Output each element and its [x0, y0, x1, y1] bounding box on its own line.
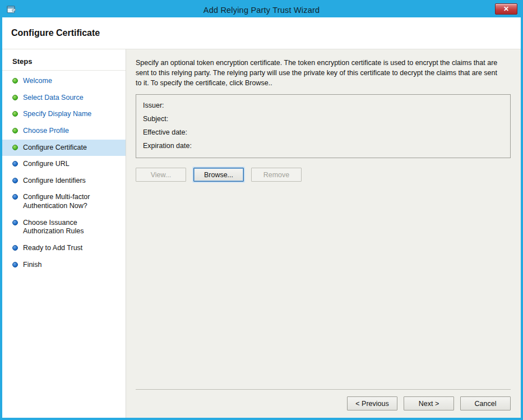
- step-label: Configure URL: [23, 160, 70, 169]
- wizard-window: Add Relying Party Trust Wizard ✕ Configu…: [0, 0, 523, 420]
- step-pending-icon: [12, 178, 18, 183]
- sidebar-item-configure-url: Configure URL: [2, 156, 126, 173]
- wizard-footer: < Previous Next > Cancel: [136, 389, 511, 410]
- step-label: Configure Certificate: [23, 144, 87, 153]
- cert-field-effective-date: Effective date:: [143, 126, 503, 139]
- description-text: Specify an optional token encryption cer…: [136, 58, 503, 88]
- close-icon: ✕: [503, 6, 509, 12]
- remove-button[interactable]: Remove: [251, 168, 302, 182]
- steps-list: WelcomeSelect Data SourceSpecify Display…: [2, 71, 126, 273]
- certificate-box: Issuer:Subject:Effective date:Expiration…: [136, 94, 511, 158]
- step-pending-icon: [12, 161, 18, 167]
- step-complete-icon: [12, 95, 18, 100]
- page-header: Configure Certificate: [2, 17, 521, 49]
- titlebar: Add Relying Party Trust Wizard ✕: [2, 2, 521, 17]
- step-label: Configure Multi-factor Authentication No…: [23, 193, 118, 210]
- next-button[interactable]: Next >: [404, 396, 454, 410]
- step-label: Choose Issuance Authorization Rules: [23, 219, 118, 236]
- cert-field-subject: Subject:: [143, 112, 503, 126]
- cancel-button[interactable]: Cancel: [460, 396, 511, 410]
- main-content: Specify an optional token encryption cer…: [126, 49, 521, 418]
- previous-button[interactable]: < Previous: [347, 396, 397, 410]
- cert-field-label: Issuer:: [143, 101, 164, 109]
- sidebar-item-choose-issuance-authorization-rules: Choose Issuance Authorization Rules: [2, 215, 126, 240]
- sidebar-item-configure-identifiers: Configure Identifiers: [2, 173, 126, 190]
- close-button[interactable]: ✕: [495, 3, 517, 15]
- cert-field-value: [196, 142, 503, 150]
- step-pending-icon: [12, 245, 18, 251]
- steps-sidebar: Steps WelcomeSelect Data SourceSpecify D…: [2, 49, 126, 418]
- wizard-body: Steps WelcomeSelect Data SourceSpecify D…: [2, 49, 521, 418]
- cert-field-value: [173, 115, 503, 123]
- step-pending-icon: [12, 194, 18, 200]
- sidebar-item-specify-display-name[interactable]: Specify Display Name: [2, 106, 126, 123]
- steps-heading: Steps: [2, 54, 126, 71]
- cert-field-label: Effective date:: [143, 128, 187, 136]
- step-label: Welcome: [23, 77, 52, 86]
- page-title: Configure Certificate: [11, 28, 100, 38]
- view-button[interactable]: View...: [136, 168, 186, 182]
- cert-field-label: Subject:: [143, 115, 168, 123]
- step-label: Choose Profile: [23, 127, 69, 136]
- certificate-actions: View... Browse... Remove: [136, 168, 511, 182]
- cert-field-label: Expiration date:: [143, 142, 192, 150]
- step-label: Specify Display Name: [23, 110, 91, 119]
- wizard-app-icon: [7, 5, 16, 15]
- cert-field-expiration-date: Expiration date:: [143, 139, 503, 153]
- cert-field-issuer: Issuer:: [143, 99, 503, 112]
- step-complete-icon: [12, 78, 18, 84]
- sidebar-item-finish: Finish: [2, 257, 126, 274]
- cert-field-value: [169, 101, 503, 109]
- step-label: Configure Identifiers: [23, 177, 86, 186]
- sidebar-item-select-data-source[interactable]: Select Data Source: [2, 90, 126, 107]
- cert-field-value: [192, 128, 503, 136]
- step-complete-icon: [12, 145, 18, 150]
- sidebar-item-configure-multi-factor-authentication-now: Configure Multi-factor Authentication No…: [2, 189, 126, 214]
- step-label: Select Data Source: [23, 94, 84, 103]
- step-complete-icon: [12, 128, 18, 133]
- window-title: Add Relying Party Trust Wizard: [2, 6, 521, 15]
- step-pending-icon: [12, 262, 18, 267]
- sidebar-item-ready-to-add-trust: Ready to Add Trust: [2, 240, 126, 257]
- step-complete-icon: [12, 111, 18, 117]
- browse-button[interactable]: Browse...: [193, 168, 244, 182]
- sidebar-item-choose-profile[interactable]: Choose Profile: [2, 123, 126, 140]
- sidebar-item-welcome[interactable]: Welcome: [2, 73, 126, 90]
- step-label: Ready to Add Trust: [23, 244, 82, 253]
- sidebar-item-configure-certificate: Configure Certificate: [2, 140, 126, 156]
- step-label: Finish: [23, 261, 41, 270]
- step-pending-icon: [12, 220, 18, 225]
